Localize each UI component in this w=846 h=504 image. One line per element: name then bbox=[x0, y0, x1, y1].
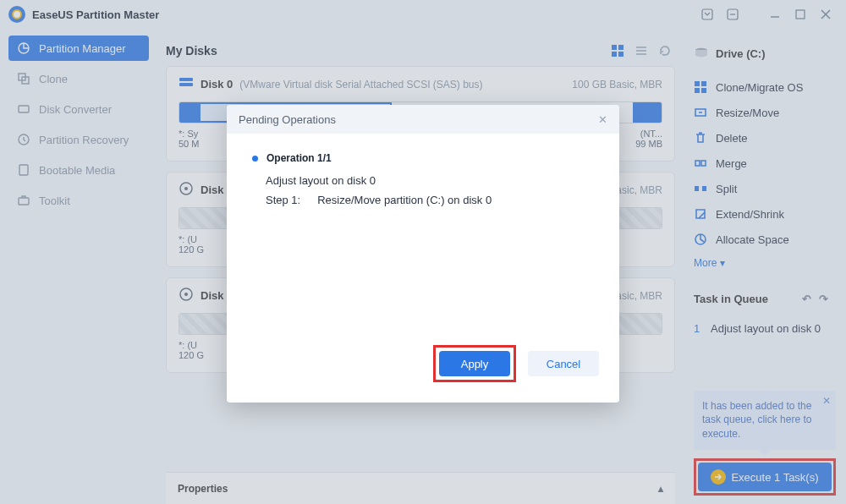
drive-icon bbox=[694, 46, 709, 61]
partition-c-selected[interactable] bbox=[199, 102, 392, 123]
partition-unused[interactable] bbox=[392, 102, 633, 123]
disk-meta: (VMware Virtual disk Serial Attached SCS… bbox=[239, 79, 482, 90]
op-merge[interactable]: Merge bbox=[694, 151, 836, 176]
svg-rect-21 bbox=[179, 78, 193, 81]
op-extend[interactable]: Extend/Shrink bbox=[694, 201, 836, 227]
partition-label: *: (U 120 G bbox=[179, 234, 280, 255]
svg-rect-0 bbox=[702, 9, 712, 19]
split-icon bbox=[694, 182, 707, 195]
disk-summary: asic, MBR bbox=[616, 290, 662, 302]
right-panel: Drive (C:) Clone/Migrate OS Resize/Move … bbox=[684, 29, 846, 504]
close-icon[interactable] bbox=[814, 4, 838, 25]
svg-rect-13 bbox=[19, 198, 29, 205]
disk-name: Disk bbox=[201, 184, 223, 196]
svg-rect-16 bbox=[612, 52, 617, 57]
svg-rect-22 bbox=[179, 83, 193, 86]
merge-icon bbox=[694, 156, 707, 170]
sidebar-item-toolkit[interactable]: Toolkit bbox=[8, 188, 149, 213]
tooltip-close-icon[interactable]: ✕ bbox=[822, 394, 831, 408]
extend-icon bbox=[694, 207, 707, 221]
sidebar-item-label: Partition Manager bbox=[39, 42, 126, 55]
partition-bar[interactable] bbox=[179, 101, 662, 123]
help-icon[interactable] bbox=[695, 4, 719, 25]
properties-label: Properties bbox=[178, 483, 228, 495]
sidebar-item-label: Disk Converter bbox=[39, 103, 112, 116]
execute-play-icon bbox=[711, 469, 726, 485]
legend-primary-icon bbox=[357, 384, 367, 394]
partition-label: (NT... 99 MB bbox=[561, 129, 662, 149]
more-link[interactable]: More ▾ bbox=[694, 257, 836, 269]
disk-name: Disk bbox=[201, 289, 223, 302]
svg-point-24 bbox=[184, 187, 188, 190]
list-view-icon[interactable] bbox=[631, 41, 651, 61]
sidebar-item-bootable-media[interactable]: Bootable Media bbox=[8, 157, 149, 183]
disk-summary: asic, MBR bbox=[616, 184, 662, 196]
recovery-icon bbox=[17, 133, 30, 146]
sidebar-item-partition-manager[interactable]: Partition Manager bbox=[8, 36, 149, 61]
sidebar-item-clone[interactable]: Clone bbox=[8, 66, 149, 91]
chevron-up-icon: ▴ bbox=[658, 483, 663, 495]
svg-rect-10 bbox=[19, 106, 29, 112]
partition-bar[interactable] bbox=[179, 207, 662, 229]
op-resize[interactable]: Resize/Move bbox=[694, 100, 836, 125]
undo-icon[interactable]: ↶ bbox=[802, 293, 819, 305]
sidebar-item-label: Toolkit bbox=[39, 194, 70, 207]
legend-unalloc-icon bbox=[417, 384, 427, 394]
svg-rect-15 bbox=[618, 45, 624, 50]
refresh-icon[interactable] bbox=[655, 41, 675, 61]
resize-icon bbox=[694, 106, 707, 119]
sidebar-item-partition-recovery[interactable]: Partition Recovery bbox=[8, 127, 149, 152]
legend: Primary Unallocated bbox=[166, 383, 675, 395]
disk-converter-icon bbox=[17, 102, 30, 116]
partition-unallocated[interactable] bbox=[179, 208, 662, 228]
titlebar: EaseUS Partition Master bbox=[0, 0, 846, 29]
minimize-icon[interactable] bbox=[763, 4, 787, 25]
op-allocate[interactable]: Allocate Space bbox=[694, 227, 836, 252]
redo-icon[interactable]: ↷ bbox=[819, 293, 836, 305]
execute-button[interactable]: Execute 1 Task(s) bbox=[698, 463, 832, 491]
app-title: EaseUS Partition Master bbox=[32, 8, 159, 21]
sidebar: Partition Manager Clone Disk Converter P… bbox=[0, 29, 157, 504]
selected-drive: Drive (C:) bbox=[694, 46, 836, 61]
svg-rect-29 bbox=[701, 81, 706, 86]
partition-unallocated[interactable] bbox=[179, 314, 662, 334]
svg-rect-35 bbox=[695, 186, 699, 191]
svg-rect-12 bbox=[19, 165, 28, 175]
maximize-icon[interactable] bbox=[788, 4, 812, 25]
main-title: My Disks bbox=[166, 44, 217, 58]
allocate-icon bbox=[694, 233, 707, 246]
op-clone[interactable]: Clone/Migrate OS bbox=[694, 74, 836, 100]
app-logo-icon bbox=[8, 6, 25, 23]
disk-card-0[interactable]: Disk 0 (VMware Virtual disk Serial Attac… bbox=[166, 66, 675, 162]
svg-rect-28 bbox=[695, 81, 700, 86]
bootable-icon bbox=[17, 163, 30, 177]
op-split[interactable]: Split bbox=[694, 176, 836, 201]
svg-rect-14 bbox=[612, 45, 617, 50]
sidebar-item-disk-converter[interactable]: Disk Converter bbox=[8, 96, 149, 122]
windows-icon bbox=[694, 80, 707, 94]
op-delete[interactable]: Delete bbox=[694, 125, 836, 151]
svg-rect-31 bbox=[701, 88, 706, 93]
partition-bar[interactable] bbox=[179, 313, 662, 335]
disk-card-1[interactable]: Disk asic, MBR *: (U 120 G bbox=[166, 172, 675, 267]
execute-highlight: Execute 1 Task(s) bbox=[694, 458, 836, 496]
disk-card-2[interactable]: Disk asic, MBR *: (U 120 G bbox=[166, 277, 675, 373]
svg-point-26 bbox=[184, 293, 188, 296]
grid-view-icon[interactable] bbox=[607, 41, 628, 61]
pie-icon bbox=[17, 41, 30, 55]
partition-nt[interactable] bbox=[633, 102, 662, 123]
svg-rect-17 bbox=[618, 52, 624, 57]
sidebar-item-label: Partition Recovery bbox=[39, 134, 129, 146]
settings-icon[interactable] bbox=[721, 4, 744, 25]
disk-summary: 100 GB Basic, MBR bbox=[572, 79, 662, 90]
queue-tooltip: It has been added to the task queue, cli… bbox=[694, 391, 836, 450]
partition-label: *: (U 120 G bbox=[179, 340, 280, 360]
queue-item[interactable]: 1 Adjust layout on disk 0 bbox=[694, 322, 836, 335]
hdd-icon bbox=[179, 181, 194, 199]
svg-rect-33 bbox=[695, 161, 700, 166]
svg-rect-34 bbox=[701, 161, 706, 166]
svg-rect-4 bbox=[796, 10, 805, 19]
partition-sys[interactable] bbox=[179, 102, 199, 123]
properties-bar[interactable]: Properties ▴ bbox=[166, 472, 675, 504]
svg-rect-30 bbox=[695, 88, 700, 93]
